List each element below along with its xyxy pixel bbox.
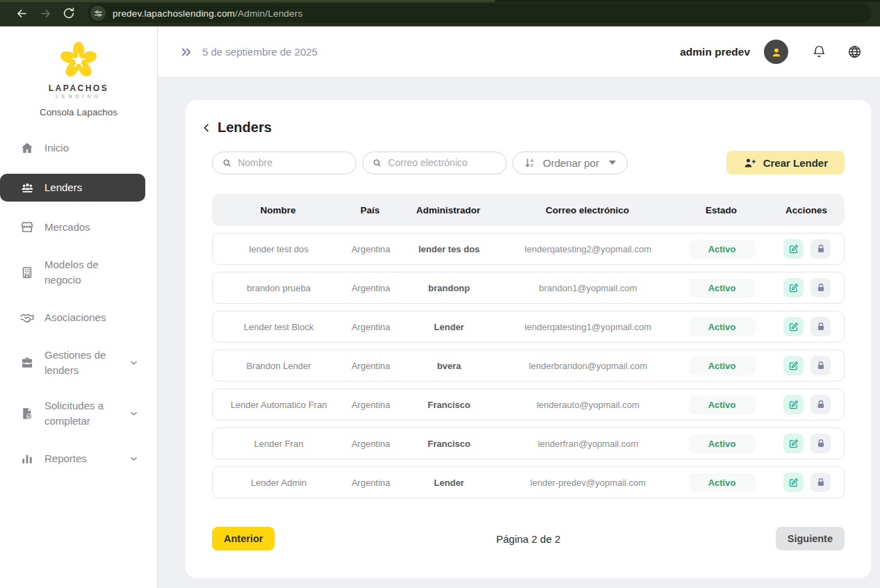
lapachos-flower-icon <box>60 42 97 79</box>
table-row: Lender test Block Argentina Lender lende… <box>212 311 845 343</box>
logo-subtitle: LENDING <box>0 94 157 99</box>
sidebar-item-asociaciones[interactable]: Asociaciones <box>0 304 157 332</box>
lock-icon <box>816 244 826 254</box>
status-badge: Activo <box>689 279 756 297</box>
edit-lender-button[interactable] <box>783 395 804 414</box>
back-chevron-icon[interactable] <box>201 122 212 133</box>
globe-icon <box>847 44 862 59</box>
lock-icon <box>816 322 826 332</box>
table-row: lender test dos Argentina lender tes dos… <box>212 233 845 265</box>
avatar[interactable] <box>764 40 788 64</box>
top-header: 5 de septiembre de 2025 admin predev <box>158 26 880 78</box>
edit-lender-button[interactable] <box>783 434 804 453</box>
column-header-administrador: Administrador <box>396 205 500 215</box>
browser-toolbar: predev.lapachoslending.com/Admin/Lenders <box>0 0 880 26</box>
lock-icon <box>816 400 826 409</box>
lender-email: lender-predev@yopmail.com <box>501 477 675 488</box>
caret-down-icon <box>609 161 616 165</box>
sidebar-item-solicitudes[interactable]: Solicitudes a completar <box>0 394 157 433</box>
lender-name: brandon prueba <box>213 283 345 293</box>
bar-chart-icon <box>19 452 35 466</box>
search-email-field[interactable] <box>362 152 507 174</box>
chevron-down-icon <box>129 358 139 368</box>
lender-email: lenderbrandon@yopmail.com <box>501 361 675 371</box>
lender-country: Argentina <box>345 361 397 371</box>
lender-admin: Lender <box>397 477 501 488</box>
page-title: Lenders <box>218 120 272 136</box>
status-badge: Activo <box>689 318 756 336</box>
search-name-input[interactable] <box>238 157 346 168</box>
lock-lender-button[interactable] <box>810 278 831 297</box>
lender-name: Lender test Block <box>213 322 345 332</box>
table-row: Brandon Lender Argentina bvera lenderbra… <box>212 350 845 382</box>
sidebar-item-mercados[interactable]: Mercados <box>0 213 157 241</box>
search-icon <box>222 158 231 168</box>
lock-icon <box>816 283 826 293</box>
sidebar: LAPACHOS LENDING Consola Lapachos Inicio… <box>0 26 158 588</box>
browser-reload-button[interactable] <box>57 3 81 24</box>
create-lender-button[interactable]: Crear Lender <box>726 151 845 174</box>
document-check-icon <box>19 407 35 420</box>
sidebar-item-gestiones[interactable]: Gestiones de lenders <box>0 343 157 382</box>
lock-lender-button[interactable] <box>810 356 831 375</box>
lender-admin: Francisco <box>397 400 501 410</box>
edit-lender-button[interactable] <box>783 317 804 336</box>
edit-lender-button[interactable] <box>783 473 804 492</box>
lender-name: lender test dos <box>213 244 345 254</box>
svg-text:Z: Z <box>530 163 533 168</box>
lock-icon <box>816 439 826 448</box>
lender-country: Argentina <box>345 477 397 488</box>
lock-lender-button[interactable] <box>810 434 831 453</box>
lender-admin: brandonp <box>397 283 501 293</box>
current-date: 5 de septiembre de 2025 <box>202 46 318 58</box>
edit-pencil-icon <box>788 322 799 332</box>
logo-title: LAPACHOS <box>0 83 157 93</box>
browser-forward-button[interactable] <box>33 3 57 24</box>
status-badge: Activo <box>689 357 756 375</box>
lender-name: Lender Admin <box>213 477 345 488</box>
browser-back-button[interactable] <box>10 3 33 24</box>
search-icon <box>373 158 382 168</box>
collapse-sidebar-icon[interactable] <box>180 46 193 58</box>
status-badge: Activo <box>689 473 756 492</box>
lender-country: Argentina <box>345 439 397 449</box>
sidebar-item-reportes[interactable]: Reportes <box>0 445 157 473</box>
search-email-input[interactable] <box>388 157 496 168</box>
edit-lender-button[interactable] <box>783 356 804 375</box>
lock-lender-button[interactable] <box>810 473 831 492</box>
edit-pencil-icon <box>788 477 799 488</box>
store-icon <box>19 220 35 234</box>
lender-email: lenderfran@yopmail.com <box>501 439 675 449</box>
lock-lender-button[interactable] <box>810 395 831 414</box>
person-plus-icon <box>743 156 756 170</box>
edit-lender-button[interactable] <box>783 239 804 259</box>
column-header-correo: Correo electrónico <box>500 205 674 215</box>
svg-text:A: A <box>530 158 534 162</box>
logo: LAPACHOS LENDING <box>0 26 157 99</box>
status-badge: Activo <box>689 240 756 259</box>
back-arrow-icon <box>15 7 28 20</box>
column-header-estado: Estado <box>674 205 768 215</box>
lock-lender-button[interactable] <box>810 317 831 336</box>
lender-country: Argentina <box>345 283 397 293</box>
edit-lender-button[interactable] <box>783 278 804 297</box>
notifications-button[interactable] <box>812 44 826 59</box>
status-badge: Activo <box>689 395 756 414</box>
address-bar[interactable]: predev.lapachoslending.com/Admin/Lenders <box>88 3 872 23</box>
sidebar-item-inicio[interactable]: Inicio <box>0 134 157 162</box>
sidebar-item-modelos[interactable]: Modelos de negocio <box>0 253 157 292</box>
language-button[interactable] <box>847 44 862 59</box>
lender-admin: Francisco <box>397 439 501 449</box>
search-name-field[interactable] <box>212 152 357 174</box>
handshake-icon <box>19 310 35 325</box>
lock-lender-button[interactable] <box>810 239 831 259</box>
chevron-down-icon <box>129 454 139 464</box>
lender-admin: Lender <box>397 322 501 332</box>
lender-email: lenderauto@yopmail.com <box>501 400 675 410</box>
site-settings-icon[interactable] <box>90 6 106 21</box>
person-icon <box>769 45 783 59</box>
url-path: /Admin/Lenders <box>235 8 302 19</box>
forward-arrow-icon <box>39 7 52 20</box>
sort-dropdown[interactable]: AZ Ordenar por <box>512 152 628 174</box>
sidebar-item-lenders[interactable]: Lenders <box>0 174 145 202</box>
